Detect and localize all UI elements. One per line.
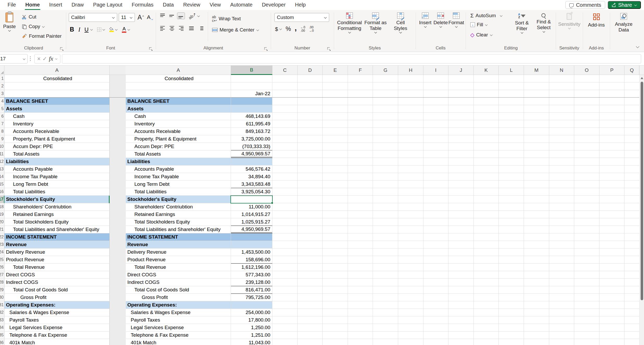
select-all-corner[interactable] <box>0 66 4 75</box>
cell-b2[interactable] <box>231 82 272 90</box>
empty-cells-row-23[interactable] <box>272 241 639 248</box>
cell-a10[interactable]: Accum Depr: PPE <box>126 143 231 150</box>
scroll-up-icon[interactable] <box>641 77 643 79</box>
empty-cells-row-22[interactable] <box>272 233 639 241</box>
empty-cells-row-35[interactable] <box>272 331 639 339</box>
cell-b8[interactable]: 849,163.72 <box>231 128 272 135</box>
align-left-button[interactable] <box>159 25 166 31</box>
row-number-23[interactable]: 23 <box>0 241 4 248</box>
empty-cells-row-36[interactable] <box>272 339 639 345</box>
cell-b36[interactable]: 11,043.00 <box>231 339 272 345</box>
cell-a12[interactable]: Liabilities <box>126 158 231 165</box>
font-dialog-launcher-icon[interactable] <box>149 47 153 51</box>
empty-cells-row-21[interactable] <box>272 226 639 233</box>
empty-cells-row-33[interactable] <box>272 316 639 324</box>
cell-left-a27[interactable]: Direct COGS <box>4 271 110 279</box>
cell-b34[interactable]: 1,250.00 <box>231 324 272 331</box>
cell-b27[interactable]: 577,343.00 <box>231 271 272 279</box>
row-number-29[interactable]: 29 <box>0 286 4 294</box>
cell-left-a26[interactable]: Total Revenue <box>4 264 110 271</box>
cell-left-a11[interactable]: Total Assets <box>4 150 110 158</box>
cell-left-a3[interactable] <box>4 90 110 98</box>
row-number-30[interactable]: 30 <box>0 294 4 301</box>
cell-left-a12[interactable]: Liabilities <box>4 158 110 165</box>
row-number-18[interactable]: 18 <box>0 203 4 211</box>
cell-a25[interactable]: Product Revenue <box>126 256 231 264</box>
column-header-e[interactable]: E <box>323 66 348 75</box>
alignment-dialog-launcher-icon[interactable] <box>264 47 268 51</box>
row-number-1[interactable]: 1 <box>0 75 4 82</box>
tab-insert[interactable]: Insert <box>45 1 66 10</box>
row-number-15[interactable]: 15 <box>0 181 4 188</box>
cell-left-a18[interactable]: Shareholders' Contriubtion <box>4 203 110 211</box>
ribbon-collapse-icon[interactable] <box>636 45 639 48</box>
empty-cells-row-3[interactable] <box>272 90 639 98</box>
empty-cells-row-34[interactable] <box>272 324 639 331</box>
decrease-indent-button[interactable] <box>188 25 195 31</box>
row-number-8[interactable]: 8 <box>0 128 4 135</box>
cell-a36[interactable]: 401k Match <box>126 339 231 345</box>
row-number-2[interactable]: 2 <box>0 82 4 90</box>
empty-cells-row-8[interactable] <box>272 128 639 135</box>
cell-b11[interactable]: 4,950,969.57 <box>231 150 272 158</box>
empty-cells-row-9[interactable] <box>272 135 639 143</box>
empty-cells-row-17[interactable] <box>272 196 639 203</box>
borders-button[interactable] <box>97 28 105 32</box>
row-number-22[interactable]: 22 <box>0 233 4 241</box>
empty-cells-row-13[interactable] <box>272 165 639 173</box>
wrap-text-button[interactable]: abc↩ Wrap Text <box>212 15 241 22</box>
column-header-j[interactable]: J <box>448 66 474 75</box>
row-number-36[interactable]: 36 <box>0 339 4 345</box>
cell-left-a4[interactable]: BALANCE SHEET <box>4 98 110 105</box>
cell-b22[interactable] <box>231 233 272 241</box>
cell-b24[interactable]: 1,453,500.00 <box>231 248 272 256</box>
empty-cells-row-18[interactable] <box>272 203 639 211</box>
cell-b10[interactable]: (703,333.33) <box>231 143 272 150</box>
cell-a14[interactable]: Income Tax Payable <box>126 173 231 181</box>
fill-button[interactable]: ↓ Fill <box>470 22 488 28</box>
empty-cells-row-29[interactable] <box>272 286 639 294</box>
cell-b32[interactable]: 254,000.00 <box>231 309 272 316</box>
row-number-28[interactable]: 28 <box>0 279 4 286</box>
cell-b26[interactable]: 1,612,196.00 <box>231 264 272 271</box>
font-size-select[interactable]: 11 <box>119 13 135 22</box>
row-number-3[interactable]: 3 <box>0 90 4 98</box>
empty-cells-row-26[interactable] <box>272 264 639 271</box>
delete-cells-button[interactable]: × Delete <box>433 12 448 28</box>
cell-a13[interactable]: Accounts Payable <box>126 165 231 173</box>
column-header-k[interactable]: K <box>474 66 499 75</box>
cell-a1[interactable]: Consolidated <box>126 75 231 82</box>
enter-icon[interactable]: ✓ <box>42 56 47 62</box>
cell-b33[interactable]: 17,800.00 <box>231 316 272 324</box>
cut-button[interactable]: Cut <box>22 14 36 20</box>
row-number-13[interactable]: 13 <box>0 165 4 173</box>
cell-b19[interactable]: 1,014,915.27 <box>231 211 272 218</box>
tab-draw[interactable]: Draw <box>68 1 88 10</box>
sort-filter-button[interactable]: AZ Sort & Filter <box>511 13 532 34</box>
row-number-19[interactable]: 19 <box>0 211 4 218</box>
empty-cells-row-15[interactable] <box>272 181 639 188</box>
number-format-select[interactable]: Custom <box>274 13 329 22</box>
row-number-33[interactable]: 33 <box>0 316 4 324</box>
row-number-16[interactable]: 16 <box>0 188 4 196</box>
cell-a24[interactable]: Delivery Revenue <box>126 248 231 256</box>
paste-button[interactable]: Paste <box>3 12 16 32</box>
cell-a28[interactable]: Indirect COGS <box>126 279 231 286</box>
empty-cells-row-4[interactable] <box>272 98 639 105</box>
tab-home[interactable]: Home <box>21 1 44 10</box>
cell-a26[interactable]: Total Revenue <box>126 264 231 271</box>
tab-view[interactable]: View <box>206 1 225 10</box>
align-center-button[interactable] <box>168 25 175 31</box>
add-ins-button[interactable]: Add-ins <box>586 14 606 28</box>
cell-a20[interactable]: Total Stockholders Equity <box>126 218 231 226</box>
column-header-a[interactable]: A <box>126 66 231 75</box>
cell-left-a25[interactable]: Product Revenue <box>4 256 110 264</box>
cell-left-a36[interactable]: 401k Match <box>4 339 110 345</box>
empty-cells-row-6[interactable] <box>272 113 639 120</box>
analyze-data-button[interactable]: Analyze Data <box>614 13 634 33</box>
underline-button[interactable]: U <box>84 26 89 33</box>
cell-left-a16[interactable]: Total Liabilities <box>4 188 110 196</box>
empty-cells-row-27[interactable] <box>272 271 639 279</box>
bold-button[interactable]: B <box>70 26 74 33</box>
kebab-handle-icon[interactable] <box>30 56 31 61</box>
